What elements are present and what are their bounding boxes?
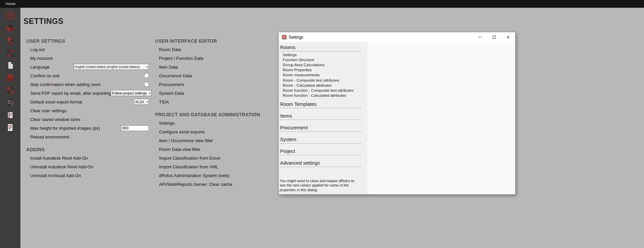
clear-window-sizes-link[interactable]: Clear saved window sizes — [30, 117, 80, 122]
max-height-input[interactable] — [121, 125, 149, 131]
ui-editor-header: USER INTERFACE EDITOR — [155, 37, 271, 45]
skip-confirmation-checkbox[interactable] — [144, 82, 149, 87]
nav-item-settings[interactable]: Settings — [280, 52, 367, 57]
row-clear-user-settings: Clear user settings — [26, 106, 149, 115]
sidebar-item-5[interactable] — [4, 59, 16, 72]
row-max-height: Max height for imported images (px) — [26, 124, 149, 132]
nav-section-rooms[interactable]: Rooms — [280, 44, 362, 51]
confirm-on-exit-checkbox[interactable] — [144, 73, 149, 78]
dialog-footnote: You might need to close and reopen dRofu… — [280, 179, 361, 193]
chevron-down-icon: ▾ — [149, 92, 150, 95]
language-select[interactable]: English (United States) (English (United… — [74, 64, 149, 70]
nav-section-advanced-settings[interactable]: Advanced settings — [280, 160, 362, 167]
row-import-classification-excel: Import Classification from Excel — [155, 154, 271, 162]
send-pdf-select[interactable]: Follow project settings ▾ — [111, 90, 151, 96]
sidebar-item-1[interactable] — [4, 9, 16, 22]
tida-link[interactable]: TIDA — [159, 99, 169, 105]
reload-environment-link[interactable]: Reload environment — [30, 134, 69, 139]
nav-section-procurement[interactable]: Procurement — [280, 125, 362, 132]
minimize-button[interactable] — [473, 32, 487, 42]
admin-settings-link[interactable]: Settings — [159, 121, 175, 126]
row-uninstall-revit-addon: Uninstall Autodesk Revit Add-On — [26, 162, 149, 171]
row-reload-environment: Reload environment — [26, 132, 149, 141]
nav-item-function-structure[interactable]: Function Structure — [280, 57, 367, 62]
import-classification-xml-link[interactable]: Import Classification from XML — [159, 164, 218, 169]
row-send-pdf: Send PDF report by email, after exportin… — [26, 89, 149, 97]
uninstall-archicad-addon-link[interactable]: Uninstall Archicad Add-On — [30, 173, 81, 178]
project-function-data-link[interactable]: Project / Function Data — [159, 56, 203, 61]
document-icon — [6, 61, 15, 70]
addins-header: ADDINS — [26, 146, 149, 154]
home-menu-item[interactable]: Home — [6, 2, 15, 6]
dialog-titlebar[interactable]: Settings ✕ — [279, 32, 515, 42]
cube-icon — [6, 11, 15, 20]
sidebar-item-10[interactable] — [4, 121, 16, 134]
row-install-revit-addon: Install Autodesk Revit Add-On — [26, 154, 149, 162]
nav-section-room-templates[interactable]: Room Templates — [280, 101, 362, 108]
sidebar-item-4[interactable] — [4, 47, 16, 59]
occurrence-data-link[interactable]: Occurrence Data — [159, 73, 192, 78]
maximize-button[interactable] — [487, 32, 501, 42]
nav-item-group-area-calculations[interactable]: Group Area Calculations — [280, 62, 367, 67]
sidebar-item-6[interactable] — [4, 72, 16, 84]
sidebar-item-8[interactable] — [4, 96, 16, 109]
clear-user-settings-link[interactable]: Clear user settings — [30, 108, 66, 113]
nav-item-room-composite-text-attributes[interactable]: Room - Composite text attributes — [280, 78, 367, 83]
drofus-app-icon — [282, 35, 287, 40]
api-clear-cache-link[interactable]: API/Web/Reports Server: Clear cache — [159, 182, 232, 187]
configure-excel-exports-link[interactable]: Configure excel exports — [159, 129, 205, 134]
row-procurement: Procurement — [155, 80, 271, 89]
nav-item-room-measurements[interactable]: Room measurements — [280, 73, 367, 78]
flowchart-icon — [6, 86, 15, 95]
import-classification-excel-link[interactable]: Import Classification from Excel — [159, 156, 220, 161]
nav-item-room-properties[interactable]: Room Properties — [280, 68, 367, 73]
close-icon: ✕ — [506, 35, 510, 39]
row-drofus-admin-system: dRofus Administration System (web) — [155, 171, 271, 180]
procurement-link[interactable]: Procurement — [159, 82, 184, 87]
rooms-sublist: Settings Function Structure Group Area C… — [280, 51, 367, 101]
page-title: SETTINGS — [23, 17, 63, 26]
nav-item-room-calculated-attributes[interactable]: Room - Calculated attributes — [280, 83, 367, 88]
my-account-link[interactable]: My Account — [30, 56, 53, 61]
close-button[interactable]: ✕ — [501, 32, 515, 42]
nav-section-system[interactable]: System — [280, 136, 362, 143]
report-icon — [6, 123, 15, 132]
nav-item-room-function-composite-text-attributes[interactable]: Room function - Composite text attribute… — [280, 88, 367, 93]
item-data-link[interactable]: Item Data — [159, 65, 178, 70]
room-data-view-filter-link[interactable]: Room Data view filter — [159, 147, 201, 152]
dialog-title: Settings — [289, 35, 303, 40]
row-occurrence-data: Occurrence Data — [155, 71, 271, 80]
system-data-link[interactable]: System Data — [159, 91, 184, 96]
room-box-icon — [6, 24, 15, 33]
nav-section-project[interactable]: Project — [280, 148, 362, 155]
row-room-data: Room Data — [155, 45, 271, 54]
sidebar-item-7[interactable] — [4, 84, 16, 96]
nav-section-items[interactable]: Items — [280, 113, 362, 120]
building-grid-icon — [6, 98, 15, 107]
sidebar-item-9[interactable] — [4, 109, 16, 121]
row-my-account: My Account — [26, 54, 149, 63]
sidebar — [0, 8, 20, 248]
uninstall-revit-addon-link[interactable]: Uninstall Autodesk Revit Add-On — [30, 164, 93, 169]
row-item-occurrence-view-filter: Item / Occurrence view filter — [155, 136, 271, 145]
install-revit-addon-link[interactable]: Install Autodesk Revit Add-On — [30, 156, 88, 161]
row-api-clear-cache: API/Web/Reports Server: Clear cache — [155, 180, 271, 189]
row-language: Language English (United States) (Englis… — [26, 63, 149, 71]
chevron-down-icon: ▾ — [147, 100, 148, 104]
nav-item-room-function-calculated-attributes[interactable]: Room function - Calculated attributes — [280, 93, 367, 98]
log-out-link[interactable]: Log out — [30, 47, 45, 52]
scatter-shapes-icon — [6, 48, 15, 57]
notebook-icon — [6, 111, 15, 120]
coin-stack-icon — [6, 73, 15, 82]
room-data-link[interactable]: Room Data — [159, 47, 181, 52]
item-occurrence-view-filter-link[interactable]: Item / Occurrence view filter — [159, 138, 213, 143]
sidebar-item-2[interactable] — [4, 22, 16, 34]
excel-format-select[interactable]: XLSX ▾ — [134, 99, 149, 105]
user-settings-header: USER SETTINGS — [26, 37, 149, 45]
settings-column-1: USER SETTINGS Log out My Account Languag… — [26, 37, 149, 180]
dialog-content-panel — [367, 42, 515, 194]
max-height-label: Max height for imported images (px) — [30, 126, 100, 131]
row-configure-excel-exports: Configure excel exports — [155, 127, 271, 136]
sidebar-item-3[interactable] — [4, 34, 16, 47]
drofus-admin-system-link[interactable]: dRofus Administration System (web) — [159, 173, 229, 178]
